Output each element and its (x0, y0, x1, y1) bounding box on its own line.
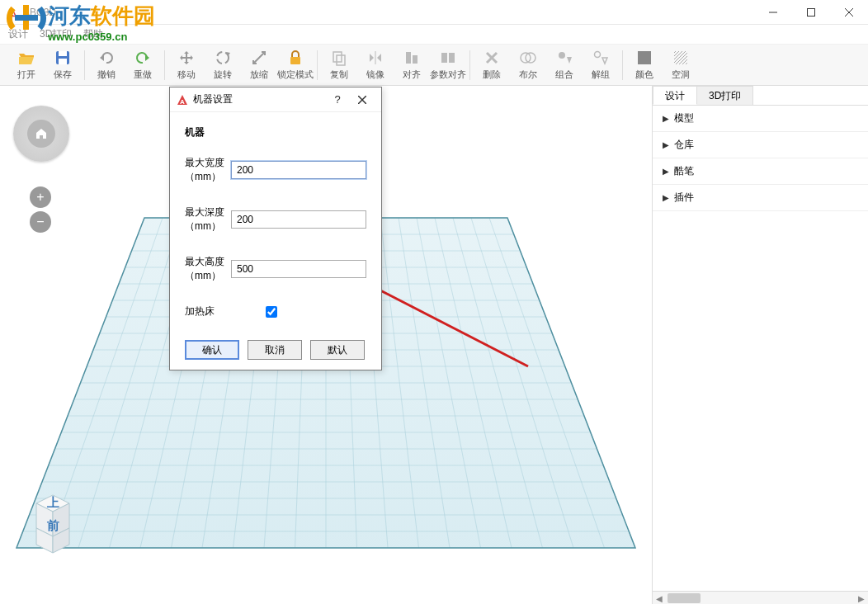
redo-button[interactable]: 重做 (125, 45, 161, 86)
scroll-left-icon: ◀ (653, 592, 666, 604)
app-icon: A (7, 7, 18, 18)
paramalign-button[interactable]: 参数对齐 (430, 45, 466, 86)
scale-icon (250, 49, 268, 67)
view-cube[interactable]: 上 前 (26, 488, 79, 558)
svg-marker-18 (370, 54, 374, 62)
group-button[interactable]: 组合 (546, 45, 583, 86)
save-icon (54, 49, 72, 67)
align-button[interactable]: 对齐 (394, 45, 430, 86)
ungroup-button[interactable]: 解组 (583, 45, 619, 86)
open-button[interactable]: 打开 (8, 45, 45, 86)
chevron-right-icon: ▶ (663, 193, 669, 202)
maxheight-input[interactable] (231, 260, 366, 278)
align-icon (403, 49, 421, 67)
app-icon: A (177, 94, 188, 106)
menu-design[interactable]: 设计 (8, 27, 28, 41)
delete-icon (483, 49, 501, 67)
boolean-icon (519, 49, 537, 67)
panel-coolpen[interactable]: ▶酷笔 (653, 158, 868, 185)
dialog-help-button[interactable]: ? (325, 87, 350, 112)
boolean-button[interactable]: 布尔 (510, 45, 546, 86)
undo-icon (97, 49, 116, 67)
move-button[interactable]: 移动 (168, 45, 205, 86)
svg-rect-17 (337, 55, 345, 65)
menu-3dprint[interactable]: 3D打印 (40, 27, 72, 41)
svg-point-13 (217, 52, 229, 64)
svg-rect-22 (413, 55, 417, 64)
sidebar: 设计 3D打印 ▶模型 ▶仓库 ▶酷笔 ▶插件 ◀ ▶ (652, 86, 868, 604)
dialog-close-button[interactable] (350, 87, 375, 112)
chevron-right-icon: ▶ (663, 140, 669, 149)
svg-marker-19 (377, 54, 381, 62)
maximize-button[interactable] (792, 0, 830, 25)
default-button[interactable]: 默认 (310, 340, 365, 360)
svg-text:A: A (180, 98, 185, 106)
save-button[interactable]: 保存 (45, 45, 81, 86)
paramalign-icon (439, 49, 457, 67)
svg-marker-11 (100, 54, 104, 61)
undo-button[interactable]: 撤销 (88, 45, 125, 86)
mirror-button[interactable]: 镜像 (357, 45, 394, 86)
cancel-button[interactable]: 取消 (248, 340, 302, 360)
machine-settings-dialog: A 机器设置 ? 机器 最大宽度（mm） 最大深度（mm） 最大高度（mm） 加… (169, 87, 382, 370)
maxwidth-label: 最大宽度（mm） (185, 156, 224, 184)
heatedbed-checkbox[interactable] (266, 306, 277, 318)
color-icon (635, 49, 653, 67)
delete-button[interactable]: 删除 (474, 45, 510, 86)
close-button[interactable] (830, 0, 868, 25)
group-icon (555, 49, 573, 67)
svg-marker-12 (145, 54, 149, 61)
maxwidth-input[interactable] (231, 161, 366, 179)
menubar: 设计 3D打印 帮助 (0, 25, 868, 45)
minimize-button[interactable] (754, 0, 792, 25)
svg-rect-16 (333, 52, 342, 62)
move-icon (177, 49, 196, 67)
viewcube-top-label: 上 (46, 495, 59, 509)
svg-point-29 (559, 52, 565, 59)
panel-model[interactable]: ▶模型 (653, 106, 868, 132)
window-title: ABC3D (23, 7, 56, 18)
rotate-button[interactable]: 旋转 (205, 45, 241, 86)
folder-open-icon (17, 49, 35, 67)
maxheight-label: 最大高度（mm） (185, 255, 224, 283)
zoom-out-button[interactable]: − (30, 211, 51, 233)
home-icon (27, 120, 55, 148)
svg-rect-24 (449, 53, 455, 63)
dialog-section: 机器 (185, 125, 366, 139)
scroll-right-icon: ▶ (855, 592, 868, 604)
tab-3dprint[interactable]: 3D打印 (696, 86, 753, 105)
titlebar: A ABC3D (0, 0, 868, 25)
mirror-icon (366, 49, 384, 67)
copy-icon (330, 49, 348, 67)
panel-warehouse[interactable]: ▶仓库 (653, 132, 868, 158)
svg-rect-5 (808, 8, 815, 16)
chevron-right-icon: ▶ (663, 114, 669, 123)
copy-button[interactable]: 复制 (321, 45, 357, 86)
heatedbed-label: 加热床 (185, 304, 259, 319)
svg-text:A: A (10, 10, 15, 17)
sidebar-scrollbar[interactable]: ◀ ▶ (653, 591, 868, 604)
lock-button[interactable]: 锁定模式 (277, 45, 314, 86)
maxdepth-label: 最大深度（mm） (185, 205, 224, 234)
viewcube-front-label: 前 (46, 518, 59, 532)
scroll-thumb[interactable] (668, 593, 701, 603)
rotate-icon (214, 49, 232, 67)
ungroup-icon (592, 49, 610, 67)
dialog-title: 机器设置 (193, 92, 233, 106)
hole-button[interactable]: 空洞 (663, 45, 699, 86)
svg-rect-10 (59, 59, 67, 64)
toolbar: 打开 保存 撤销 重做 移动 旋转 放缩 锁定模式 复制 镜像 对齐 (0, 45, 868, 86)
svg-rect-15 (290, 57, 300, 64)
zoom-in-button[interactable]: + (30, 186, 51, 208)
ok-button[interactable]: 确认 (185, 340, 239, 360)
color-button[interactable]: 颜色 (626, 45, 663, 86)
maxdepth-input[interactable] (231, 210, 366, 229)
hole-icon (672, 49, 690, 67)
lock-icon (286, 49, 304, 67)
chevron-right-icon: ▶ (663, 167, 669, 176)
panel-plugin[interactable]: ▶插件 (653, 185, 868, 211)
tab-design[interactable]: 设计 (653, 86, 697, 105)
menu-help[interactable]: 帮助 (83, 27, 103, 41)
scale-button[interactable]: 放缩 (241, 45, 277, 86)
view-compass[interactable] (13, 106, 69, 162)
